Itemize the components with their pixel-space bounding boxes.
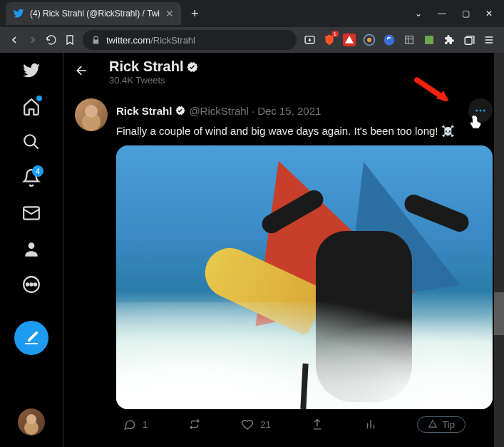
window-controls: ⌄ ― ▢ ✕ [415, 9, 504, 19]
svg-point-2 [367, 38, 371, 42]
home-dot-badge [36, 96, 42, 101]
tweet-date[interactable]: Dec 15, 2021 [257, 105, 321, 117]
verified-badge-icon [175, 105, 186, 116]
search-icon[interactable] [22, 133, 41, 151]
tweet-more-button[interactable] [468, 98, 493, 123]
profile-name: Rick Strahl [109, 58, 199, 75]
svg-point-3 [384, 35, 395, 46]
svg-point-11 [26, 283, 29, 285]
page-content: 4 Rick Strahl 30.4K Tweets Rick Strahl @… [0, 53, 504, 447]
lock-icon [91, 36, 101, 45]
tweet-avatar[interactable] [75, 98, 108, 131]
account-avatar[interactable] [18, 409, 45, 436]
window-dropdown-icon[interactable]: ⌄ [415, 9, 422, 19]
browser-tab[interactable]: (4) Rick Strahl (@RickStrahl) / Twi ✕ [6, 2, 181, 25]
reload-icon[interactable] [46, 34, 57, 46]
tab-title: (4) Rick Strahl (@RickStrahl) / Twi [30, 9, 160, 19]
reply-button[interactable]: 1 [123, 416, 148, 433]
svg-point-9 [29, 242, 35, 249]
url-bar[interactable]: twitter.com/RickStrahl [83, 30, 297, 50]
share-button[interactable] [311, 416, 324, 433]
tabs-icon[interactable] [463, 34, 475, 46]
window-maximize-icon[interactable]: ▢ [462, 9, 470, 19]
svg-point-16 [483, 110, 485, 112]
tweet-text: Finally a couple of wind and big wave da… [116, 124, 493, 138]
brave-shield-icon[interactable]: 1 [323, 34, 336, 46]
tweet-media[interactable] [116, 145, 493, 409]
twitter-logo-icon[interactable] [22, 61, 41, 80]
window-close-icon[interactable]: ✕ [485, 9, 493, 19]
home-icon[interactable] [22, 97, 41, 115]
profile-icon[interactable] [22, 240, 41, 258]
tip-button[interactable]: Tip [417, 416, 466, 433]
scrollbar-thumb[interactable] [494, 292, 504, 335]
svg-point-7 [24, 135, 35, 145]
twitter-main: Rick Strahl 30.4K Tweets Rick Strahl @Ri… [63, 53, 504, 447]
svg-point-14 [475, 110, 478, 112]
svg-point-12 [30, 283, 32, 285]
tweet-author[interactable]: Rick Strahl [116, 105, 172, 117]
extension-red-icon[interactable] [343, 34, 356, 46]
svg-rect-4 [406, 36, 413, 44]
new-tab-button[interactable]: + [191, 6, 199, 21]
extension-3-icon[interactable] [403, 34, 416, 46]
notifications-icon[interactable]: 4 [22, 168, 41, 187]
more-nav-icon[interactable] [22, 275, 41, 294]
svg-rect-6 [465, 37, 472, 44]
scrollbar[interactable] [494, 53, 504, 447]
svg-rect-5 [425, 36, 433, 44]
extension-2-icon[interactable] [383, 34, 396, 46]
analytics-button[interactable] [364, 416, 377, 433]
back-arrow-icon[interactable] [75, 63, 89, 81]
forward-icon[interactable] [27, 34, 38, 46]
tab-close-icon[interactable]: ✕ [165, 8, 174, 19]
tweet-header: Rick Strahl @RickStrahl · Dec 15, 2021 [116, 98, 493, 123]
tweet: Rick Strahl @RickStrahl · Dec 15, 2021 F… [63, 91, 504, 444]
retweet-button[interactable] [188, 416, 201, 433]
install-icon[interactable] [304, 34, 316, 46]
browser-toolbar: twitter.com/RickStrahl 1 [0, 27, 504, 53]
twitter-sidebar: 4 [0, 53, 63, 447]
extension-4-icon[interactable] [423, 34, 436, 46]
svg-point-13 [34, 283, 36, 285]
profile-header: Rick Strahl 30.4K Tweets [63, 53, 504, 91]
profile-tweet-count: 30.4K Tweets [109, 75, 199, 86]
menu-icon[interactable] [483, 34, 495, 46]
back-icon[interactable] [9, 34, 20, 46]
window-minimize-icon[interactable]: ― [438, 9, 446, 19]
extensions-menu-icon[interactable] [443, 34, 456, 46]
svg-point-15 [480, 110, 482, 112]
extension-1-icon[interactable] [363, 34, 376, 46]
verified-badge-icon [186, 61, 199, 73]
browser-titlebar: (4) Rick Strahl (@RickStrahl) / Twi ✕ + … [0, 0, 504, 27]
notifications-badge: 4 [32, 165, 43, 177]
messages-icon[interactable] [22, 204, 41, 222]
url-text: twitter.com/RickStrahl [106, 35, 195, 46]
like-button[interactable]: 21 [241, 416, 270, 433]
twitter-favicon-icon [13, 8, 24, 19]
tweet-handle[interactable]: @RickStrahl [189, 105, 249, 117]
brave-badge: 1 [331, 31, 339, 37]
tweet-actions: 1 21 Tip [116, 409, 473, 437]
compose-tweet-button[interactable] [14, 321, 48, 355]
extension-tray [363, 34, 495, 46]
bookmark-icon[interactable] [64, 34, 76, 46]
